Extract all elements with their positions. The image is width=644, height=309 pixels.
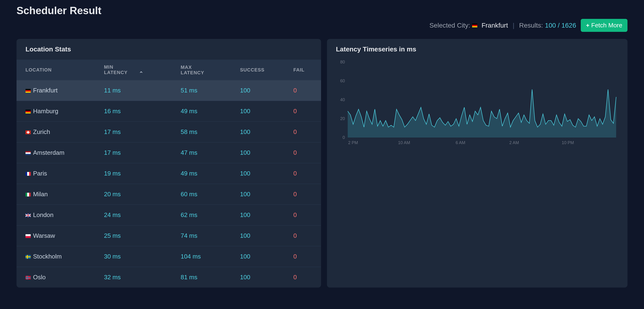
col-success[interactable]: SUCCESS	[235, 60, 289, 80]
cell-max-latency: 60 ms	[176, 184, 235, 205]
cell-max-latency: 104 ms	[176, 246, 235, 267]
location-stats-table: LOCATION MIN LATENCY MAX LATENCY SUCCESS…	[16, 60, 321, 288]
flag-icon	[26, 255, 31, 259]
cell-success: 100	[235, 163, 289, 184]
svg-text:6 AM: 6 AM	[456, 140, 465, 145]
selected-city: Frankfurt	[472, 22, 508, 29]
location-name: London	[33, 211, 54, 218]
cell-max-latency: 81 ms	[176, 267, 235, 288]
cell-location: Amsterdam	[16, 142, 99, 163]
latency-chart: 0204060802 PM10 AM6 AM2 AM10 PM	[327, 60, 628, 288]
table-row[interactable]: London24 ms62 ms1000	[16, 205, 321, 226]
flag-icon	[26, 130, 31, 134]
cell-location: Warsaw	[16, 226, 99, 246]
cell-fail: 0	[289, 267, 321, 288]
cell-max-latency: 74 ms	[176, 226, 235, 246]
divider: |	[513, 22, 514, 29]
location-name: Amsterdam	[33, 149, 64, 156]
table-row[interactable]: Warsaw25 ms74 ms1000	[16, 226, 321, 246]
page-title: Scheduler Result	[16, 5, 101, 16]
table-row[interactable]: Milan20 ms60 ms1000	[16, 184, 321, 205]
cell-success: 100	[235, 184, 289, 205]
cell-fail: 0	[289, 101, 321, 122]
table-row[interactable]: Amsterdam17 ms47 ms1000	[16, 142, 321, 163]
svg-text:0: 0	[342, 135, 345, 140]
location-name: Zurich	[33, 128, 50, 135]
flag-icon	[26, 234, 31, 238]
latency-chart-panel: Latency Timeseries in ms 0204060802 PM10…	[327, 39, 628, 288]
table-row[interactable]: Hamburg16 ms49 ms1000	[16, 101, 321, 122]
panel-title: Latency Timeseries in ms	[327, 39, 628, 60]
flag-icon	[26, 214, 31, 217]
flag-icon	[26, 276, 31, 280]
cell-success: 100	[235, 80, 289, 101]
selected-city-name: Frankfurt	[482, 22, 508, 29]
cell-success: 100	[235, 246, 289, 267]
flag-icon	[26, 110, 31, 113]
flag-icon	[26, 89, 31, 93]
col-location[interactable]: LOCATION	[16, 60, 99, 80]
plus-icon: +	[586, 22, 589, 29]
cell-max-latency: 49 ms	[176, 101, 235, 122]
flag-icon	[472, 23, 477, 27]
col-fail[interactable]: FAIL	[289, 60, 321, 80]
cell-min-latency: 24 ms	[99, 205, 176, 226]
table-row[interactable]: Oslo32 ms81 ms1000	[16, 267, 321, 288]
cell-min-latency: 17 ms	[99, 122, 176, 142]
cell-min-latency: 11 ms	[99, 80, 176, 101]
col-min-latency[interactable]: MIN LATENCY	[99, 60, 176, 80]
location-name: Milan	[33, 191, 48, 198]
table-row[interactable]: Zurich17 ms58 ms1000	[16, 122, 321, 142]
flag-icon	[26, 193, 31, 197]
cell-fail: 0	[289, 205, 321, 226]
cell-success: 100	[235, 122, 289, 142]
col-min-latency-label: MIN LATENCY	[104, 64, 132, 75]
location-name: Paris	[33, 170, 47, 177]
cell-location: Frankfurt	[16, 80, 99, 101]
results-count: 100 / 1626	[545, 22, 576, 29]
cell-fail: 0	[289, 122, 321, 142]
svg-text:80: 80	[340, 60, 345, 64]
svg-text:2 PM: 2 PM	[348, 140, 358, 145]
svg-text:20: 20	[340, 116, 345, 121]
col-max-latency[interactable]: MAX LATENCY	[176, 60, 235, 80]
cell-fail: 0	[289, 246, 321, 267]
flag-icon	[26, 172, 31, 176]
location-name: Frankfurt	[33, 87, 58, 94]
svg-text:10 AM: 10 AM	[398, 140, 410, 145]
cell-success: 100	[235, 205, 289, 226]
cell-success: 100	[235, 142, 289, 163]
cell-min-latency: 16 ms	[99, 101, 176, 122]
cell-location: London	[16, 205, 99, 226]
cell-location: Milan	[16, 184, 99, 205]
cell-location: Hamburg	[16, 101, 99, 122]
table-row[interactable]: Frankfurt11 ms51 ms1000	[16, 80, 321, 101]
cell-location: Paris	[16, 163, 99, 184]
cell-min-latency: 19 ms	[99, 163, 176, 184]
cell-success: 100	[235, 101, 289, 122]
panel-title: Location Stats	[16, 39, 321, 60]
cell-success: 100	[235, 226, 289, 246]
cell-min-latency: 20 ms	[99, 184, 176, 205]
cell-max-latency: 51 ms	[176, 80, 235, 101]
cell-location: Oslo	[16, 267, 99, 288]
svg-text:40: 40	[340, 97, 345, 102]
fetch-more-button[interactable]: + Fetch More	[581, 19, 628, 32]
location-name: Stockholm	[33, 253, 62, 260]
col-max-latency-label: MAX LATENCY	[180, 65, 209, 75]
cell-fail: 0	[289, 142, 321, 163]
svg-text:10 PM: 10 PM	[562, 140, 574, 145]
svg-text:60: 60	[340, 78, 345, 83]
table-row[interactable]: Paris19 ms49 ms1000	[16, 163, 321, 184]
cell-max-latency: 49 ms	[176, 163, 235, 184]
flag-icon	[26, 151, 31, 155]
table-row[interactable]: Stockholm30 ms104 ms1000	[16, 246, 321, 267]
cell-min-latency: 25 ms	[99, 226, 176, 246]
cell-max-latency: 58 ms	[176, 122, 235, 142]
sort-asc-icon	[139, 70, 143, 75]
svg-text:2 AM: 2 AM	[509, 140, 519, 145]
cell-min-latency: 32 ms	[99, 267, 176, 288]
location-stats-panel: Location Stats LOCATION MIN LATENCY MAX …	[16, 39, 321, 288]
cell-fail: 0	[289, 80, 321, 101]
cell-success: 100	[235, 267, 289, 288]
